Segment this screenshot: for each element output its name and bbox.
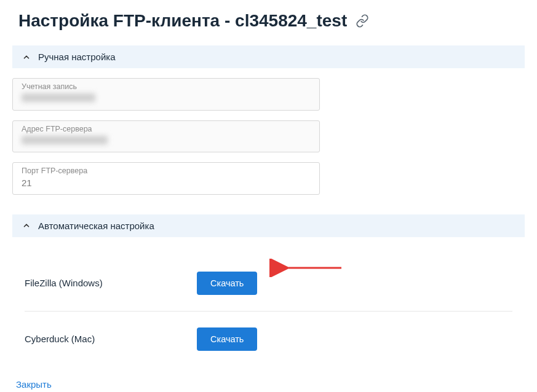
field-value (22, 93, 311, 105)
field-value (22, 135, 311, 147)
page-title-text: Настройка FTP-клиента - cl345824_test (18, 11, 347, 31)
auto-row-filezilla: FileZilla (Windows) Скачать (25, 256, 512, 312)
auto-item-name: Cyberduck (Mac) (25, 334, 197, 344)
download-filezilla-button[interactable]: Скачать (197, 272, 257, 295)
permalink-icon[interactable] (356, 14, 369, 28)
field-label: Учетная запись (22, 82, 311, 92)
auto-item-name: FileZilla (Windows) (25, 278, 197, 288)
port-field: Порт FTP-сервера 21 (12, 162, 320, 195)
page-title: Настройка FTP-клиента - cl345824_test (12, 0, 525, 45)
account-field: Учетная запись (12, 78, 320, 111)
section-label: Автоматическая настройка (38, 221, 154, 231)
chevron-up-icon (22, 53, 31, 61)
download-cyberduck-button[interactable]: Скачать (197, 327, 257, 351)
server-address-field: Адрес FTP-сервера (12, 120, 320, 153)
field-label: Порт FTP-сервера (22, 167, 311, 176)
field-label: Адрес FTP-сервера (22, 125, 311, 134)
section-header-auto[interactable]: Автоматическая настройка (12, 214, 525, 237)
section-header-manual[interactable]: Ручная настройка (12, 45, 525, 68)
redacted-value (22, 136, 108, 144)
section-label: Ручная настройка (38, 52, 116, 62)
close-link[interactable]: Закрыть (12, 367, 525, 393)
field-value: 21 (22, 177, 311, 189)
redacted-value (22, 93, 95, 102)
auto-download-list: FileZilla (Windows) Скачать Cyberduck (M… (12, 237, 525, 367)
auto-row-cyberduck: Cyberduck (Mac) Скачать (25, 312, 512, 367)
chevron-up-icon (22, 221, 31, 230)
